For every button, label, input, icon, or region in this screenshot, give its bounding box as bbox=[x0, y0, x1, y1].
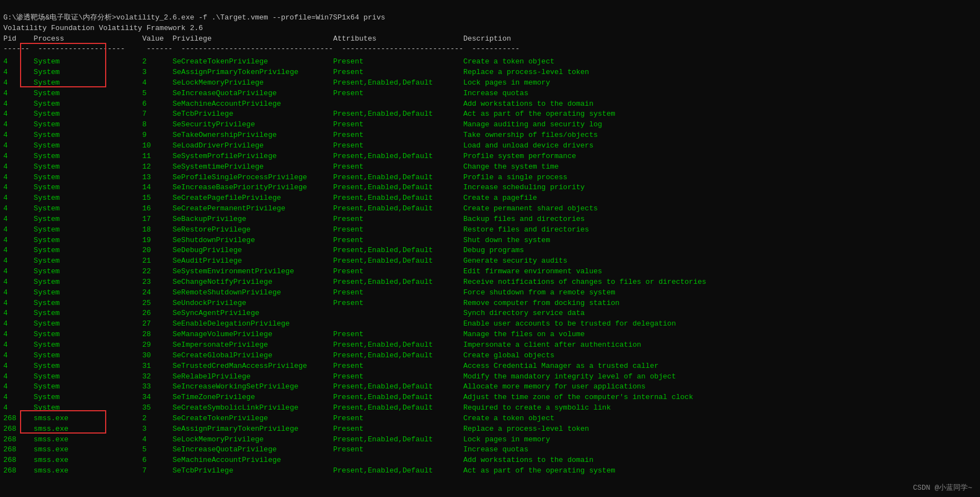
table-row: 4 System 34 SeTimeZonePrivilege Present,… bbox=[3, 392, 977, 403]
table-row: 4 System 22 SeSystemEnvironmentPrivilege… bbox=[3, 267, 977, 277]
table-row: 4 System 31 SeTrustedCredManAccessPrivil… bbox=[3, 361, 977, 372]
table-row: 4 System 24 SeRemoteShutdownPrivilege Pr… bbox=[3, 288, 977, 298]
table-row: 268 smss.exe 7 SeTcbPrivilege Present,En… bbox=[3, 466, 977, 476]
table-row: 4 System 26 SeSyncAgentPrivilege Synch d… bbox=[3, 308, 977, 319]
table-row: 4 System 21 SeAuditPrivilege Present,Ena… bbox=[3, 256, 977, 267]
table-row: 4 System 16 SeCreatePermanentPrivilege P… bbox=[3, 204, 977, 214]
table-row: 4 System 4 SeLockMemoryPrivilege Present… bbox=[3, 78, 977, 88]
table-row: 4 System 2 SeCreateTokenPrivilege Presen… bbox=[3, 57, 977, 67]
table-row: 4 System 30 SeCreateGlobalPrivilege Pres… bbox=[3, 351, 977, 361]
table-row: 4 System 29 SeImpersonatePrivilege Prese… bbox=[3, 340, 977, 351]
table-row: 4 System 7 SeTcbPrivilege Present,Enable… bbox=[3, 109, 977, 120]
table-row: 4 System 32 SeRelabelPrivilege Present M… bbox=[3, 372, 977, 382]
table-row: 4 System 19 SeShutdownPrivilege Present … bbox=[3, 235, 977, 246]
table-row: 4 System 15 SeCreatePagefilePrivilege Pr… bbox=[3, 193, 977, 204]
table-row: 4 System 8 SeSecurityPrivilege Present M… bbox=[3, 120, 977, 130]
table-row: 4 System 18 SeRestorePrivilege Present R… bbox=[3, 225, 977, 235]
table-row: 4 System 33 SeIncreaseWorkingSetPrivileg… bbox=[3, 382, 977, 392]
separator-line: ------ -------------------- ------ -----… bbox=[3, 45, 519, 53]
column-headers: Pid Process Value Privilege Attributes D… bbox=[3, 35, 511, 43]
table-row: 268 smss.exe 6 SeMachineAccountPrivilege… bbox=[3, 455, 977, 466]
table-row: 4 System 23 SeChangeNotifyPrivilege Pres… bbox=[3, 277, 977, 288]
table-row: 4 System 28 SeManageVolumePrivilege Pres… bbox=[3, 329, 977, 340]
table-row: 4 System 6 SeMachineAccountPrivilege Add… bbox=[3, 99, 977, 110]
command-line: G:\渗透靶场&电子取证\内存分析>volatility_2.6.exe -f … bbox=[3, 13, 385, 22]
table-row: 4 System 10 SeLoadDriverPrivilege Presen… bbox=[3, 141, 977, 151]
table-row: 4 System 3 SeAssignPrimaryTokenPrivilege… bbox=[3, 67, 977, 78]
table-row: 4 System 17 SeBackupPrivilege Present Ba… bbox=[3, 214, 977, 225]
table-row: 4 System 5 SeIncreaseQuotaPrivilege Pres… bbox=[3, 88, 977, 99]
framework-line: Volatility Foundation Volatility Framewo… bbox=[3, 24, 203, 32]
table-row: 4 System 12 SeSystemtimePrivilege Presen… bbox=[3, 162, 977, 173]
terminal-window: G:\渗透靶场&电子取证\内存分析>volatility_2.6.exe -f … bbox=[0, 0, 980, 57]
table-row: 4 System 35 SeCreateSymbolicLinkPrivileg… bbox=[3, 403, 977, 414]
table-row: 268 smss.exe 4 SeLockMemoryPrivilege Pre… bbox=[3, 435, 977, 445]
table-row: 268 smss.exe 3 SeAssignPrimaryTokenPrivi… bbox=[3, 424, 977, 435]
table-row: 4 System 11 SeSystemProfilePrivilege Pre… bbox=[3, 151, 977, 162]
data-table: 4 System 2 SeCreateTokenPrivilege Presen… bbox=[0, 57, 980, 479]
watermark: CSDN @小蓝同学~ bbox=[913, 483, 972, 493]
table-row: 4 System 27 SeEnableDelegationPrivilege … bbox=[3, 319, 977, 329]
table-row: 268 smss.exe 5 SeIncreaseQuotaPrivilege … bbox=[3, 445, 977, 455]
table-row: 268 smss.exe 2 SeCreateTokenPrivilege Pr… bbox=[3, 414, 977, 424]
table-row: 4 System 14 SeIncreaseBasePriorityPrivil… bbox=[3, 183, 977, 193]
table-row: 4 System 25 SeUndockPrivilege Present Re… bbox=[3, 298, 977, 309]
table-row: 4 System 9 SeTakeOwnershipPrivilege Pres… bbox=[3, 130, 977, 141]
table-row: 4 System 20 SeDebugPrivilege Present,Ena… bbox=[3, 245, 977, 256]
table-row: 4 System 13 SeProfileSingleProcessPrivil… bbox=[3, 173, 977, 183]
